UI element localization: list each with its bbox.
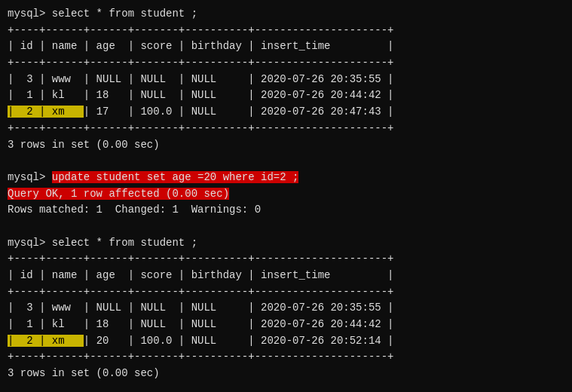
terminal-line-13 <box>8 219 564 235</box>
terminal-line-17: +----+------+------+-------+----------+-… <box>8 284 564 301</box>
terminal-line-8: 3 rows in set (0.00 sec) <box>8 137 564 154</box>
terminal-line-12: Rows matched: 1 Changed: 1 Warnings: 0 <box>8 202 564 219</box>
terminal-line-0: mysql> select * from student ; <box>8 6 564 23</box>
terminal-line-10: mysql> update student set age =20 where … <box>8 170 564 186</box>
terminal-window: mysql> select * from student ;+----+----… <box>0 0 572 392</box>
terminal-line-23 <box>8 382 564 392</box>
terminal-line-11: Query OK, 1 row affected (0.00 sec) <box>8 186 564 203</box>
terminal-line-16: | id | name | age | score | birthday | i… <box>8 268 564 284</box>
terminal-content: mysql> select * from student ;+----+----… <box>8 6 564 392</box>
terminal-line-14: mysql> select * from student ; <box>8 235 564 252</box>
terminal-line-9 <box>8 153 564 170</box>
terminal-line-3: +----+------+------+-------+----------+-… <box>8 55 564 72</box>
terminal-line-22: 3 rows in set (0.00 sec) <box>8 366 564 382</box>
terminal-line-4: | 3 | www | NULL | NULL | NULL | 2020-07… <box>8 72 564 88</box>
terminal-line-1: +----+------+------+-------+----------+-… <box>8 23 564 39</box>
terminal-line-6: | 2 | xm | 17 | 100.0 | NULL | 2020-07-2… <box>8 104 564 121</box>
terminal-line-15: +----+------+------+-------+----------+-… <box>8 251 564 268</box>
terminal-line-5: | 1 | kl | 18 | NULL | NULL | 2020-07-26… <box>8 87 564 104</box>
terminal-line-19: | 1 | kl | 18 | NULL | NULL | 2020-07-26… <box>8 317 564 333</box>
terminal-line-2: | id | name | age | score | birthday | i… <box>8 38 564 55</box>
terminal-line-21: +----+------+------+-------+----------+-… <box>8 349 564 366</box>
terminal-line-18: | 3 | www | NULL | NULL | NULL | 2020-07… <box>8 300 564 317</box>
terminal-line-20: | 2 | xm | 20 | 100.0 | NULL | 2020-07-2… <box>8 333 564 350</box>
terminal-line-7: +----+------+------+-------+----------+-… <box>8 121 564 137</box>
